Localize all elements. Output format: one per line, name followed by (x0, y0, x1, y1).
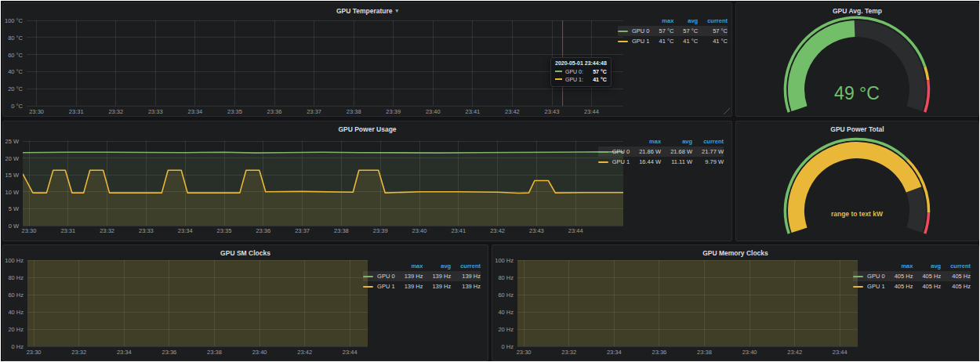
svg-text:5 W: 5 W (9, 205, 20, 212)
svg-text:80 °C: 80 °C (8, 34, 23, 42)
legend-header[interactable]: current (451, 261, 481, 271)
legend-series-label[interactable]: GPU 1 (853, 281, 885, 291)
svg-text:0 W: 0 W (9, 223, 20, 230)
svg-text:100 Hz: 100 Hz (495, 257, 514, 264)
panel-gpu-memory-clocks: GPU Memory Clocks 0 Hz20 Hz40 Hz60 Hz80 … (492, 244, 979, 361)
chevron-down-icon: ▾ (396, 8, 399, 14)
legend-series-label[interactable]: GPU 0 (853, 271, 885, 281)
svg-text:23:44: 23:44 (343, 349, 358, 356)
panel-title[interactable]: GPU Memory Clocks (492, 249, 978, 257)
legend-value: 139 Hz (451, 281, 481, 291)
svg-text:23:40: 23:40 (742, 349, 757, 356)
svg-text:23:36: 23:36 (162, 349, 177, 356)
series-color-dash (363, 286, 373, 288)
legend-header[interactable]: avg (913, 261, 941, 271)
panel-title-text: GPU Memory Clocks (702, 249, 768, 257)
legend-header[interactable]: current (941, 261, 971, 271)
svg-text:23:31: 23:31 (60, 227, 75, 234)
svg-text:23:33: 23:33 (148, 108, 163, 115)
svg-text:23:42: 23:42 (297, 349, 312, 356)
legend-value: 41 °C (698, 36, 728, 46)
svg-text:23:44: 23:44 (568, 227, 583, 234)
legend-row: GPU 1139 Hz139 Hz139 Hz (363, 281, 481, 291)
svg-text:100 °C: 100 °C (5, 17, 24, 24)
svg-text:23:40: 23:40 (412, 227, 427, 234)
svg-text:60 °C: 60 °C (8, 52, 23, 59)
legend-header[interactable]: current (692, 136, 724, 147)
legend-header-row: maxavgcurrent (853, 261, 971, 271)
svg-text:23:42: 23:42 (505, 108, 520, 115)
svg-text:20 Hz: 20 Hz (498, 326, 514, 333)
legend-value: 41 °C (673, 36, 698, 46)
svg-text:23:31: 23:31 (69, 108, 84, 115)
svg-text:0 Hz: 0 Hz (502, 343, 514, 350)
legend-header[interactable]: max (885, 261, 913, 271)
svg-text:100 Hz: 100 Hz (5, 257, 24, 264)
legend-header[interactable]: avg (661, 136, 692, 147)
legend-row: GPU 141 °C41 °C41 °C (618, 36, 728, 46)
panel-title[interactable]: GPU SM Clocks (3, 249, 488, 257)
legend-series-label[interactable]: GPU 1 (363, 281, 395, 291)
svg-text:60 Hz: 60 Hz (498, 291, 514, 299)
svg-text:23:36: 23:36 (256, 227, 270, 234)
series-color-dash (555, 71, 562, 72)
svg-text:23:39: 23:39 (373, 227, 388, 234)
legend-series-label[interactable]: GPU 0 (618, 26, 650, 36)
svg-text:25 W: 25 W (5, 138, 19, 145)
svg-text:23:40: 23:40 (252, 349, 267, 356)
svg-text:23:38: 23:38 (334, 227, 349, 234)
legend-header[interactable]: max (395, 261, 423, 271)
panel-title[interactable]: GPU Temperature▾ (3, 7, 731, 15)
svg-text:40 °C: 40 °C (8, 68, 23, 75)
legend-value: 21.77 W (692, 147, 724, 157)
tooltip: 2020-05-01 23:44:48GPU 0:57 °CGPU 1:41 °… (550, 57, 612, 87)
legend-value: 57 °C (649, 26, 673, 36)
svg-text:23:34: 23:34 (607, 349, 622, 356)
svg-text:23:34: 23:34 (117, 349, 132, 356)
legend-row: GPU 057 °C57 °C57 °C (618, 26, 728, 36)
legend-row: GPU 1405 Hz405 Hz405 Hz (853, 281, 971, 291)
series-color-dash (598, 161, 608, 163)
svg-text:23:30: 23:30 (29, 108, 44, 115)
svg-text:23:37: 23:37 (295, 227, 310, 234)
gauge-value: range to text kW (831, 210, 884, 218)
legend-header[interactable]: avg (673, 16, 698, 26)
svg-text:23:42: 23:42 (787, 349, 802, 356)
legend-value: 405 Hz (913, 281, 941, 291)
avg-temp-gauge: 49 °C (736, 3, 978, 116)
panel-title[interactable]: GPU Power Total (736, 125, 978, 133)
svg-text:23:34: 23:34 (188, 108, 203, 115)
legend-header[interactable]: avg (423, 261, 451, 271)
legend: maxavgcurrentGPU 0405 Hz405 Hz405 HzGPU … (853, 261, 971, 291)
legend-series-label[interactable]: GPU 0 (363, 271, 395, 281)
legend-value: 9.79 W (692, 157, 724, 167)
svg-text:23:42: 23:42 (490, 227, 505, 234)
legend-header[interactable]: max (630, 136, 661, 147)
svg-text:23:43: 23:43 (529, 227, 544, 234)
svg-text:23:30: 23:30 (27, 349, 42, 356)
legend-series-label[interactable]: GPU 0 (598, 147, 630, 157)
svg-text:20 W: 20 W (5, 155, 19, 162)
panel-title-text: GPU SM Clocks (220, 249, 270, 257)
svg-text:23:41: 23:41 (451, 227, 466, 234)
series-color-dash (618, 31, 628, 32)
legend-table: maxavgcurrentGPU 0139 Hz139 Hz139 HzGPU … (363, 261, 481, 291)
resize-handle[interactable] (724, 108, 730, 114)
legend-header[interactable]: current (698, 16, 728, 26)
legend-series-label[interactable]: GPU 1 (618, 36, 650, 46)
svg-text:23:32: 23:32 (100, 227, 114, 234)
panel-title[interactable]: GPU Power Usage (3, 125, 731, 133)
legend-header[interactable]: max (649, 16, 673, 26)
panel-gpu-temperature: GPU Temperature▾ 0 °C20 °C40 °C60 °C80 °… (2, 2, 732, 117)
legend-series-label[interactable]: GPU 1 (598, 157, 630, 167)
svg-text:23:37: 23:37 (307, 108, 321, 115)
svg-text:0 °C: 0 °C (11, 103, 23, 110)
legend-value: 11.11 W (661, 157, 692, 167)
legend-row: GPU 021.86 W21.68 W21.77 W (598, 147, 724, 157)
svg-text:23:36: 23:36 (267, 108, 282, 115)
panel-title[interactable]: GPU Avg. Temp (736, 7, 978, 15)
legend-header-row: maxavgcurrent (618, 16, 728, 26)
svg-text:23:44: 23:44 (833, 349, 848, 356)
legend-value: 139 Hz (395, 271, 423, 281)
legend-value: 21.86 W (630, 147, 661, 157)
